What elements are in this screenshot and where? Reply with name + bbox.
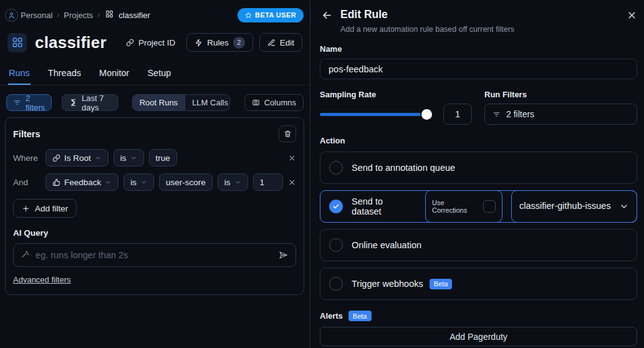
tab-bar: Runs Threads Monitor Setup bbox=[0, 64, 310, 85]
project-id-button[interactable]: Project ID bbox=[121, 34, 180, 51]
beta-badge: Beta bbox=[430, 279, 453, 289]
filter-row-is-root: Where Is Root is true bbox=[13, 149, 296, 167]
option-trigger-webhooks[interactable]: Trigger webhooks Beta bbox=[320, 268, 637, 300]
sampling-rate-value[interactable]: 1 bbox=[443, 104, 472, 125]
chevron-down-icon bbox=[130, 155, 137, 162]
chevron-down-icon bbox=[95, 155, 102, 162]
columns-button[interactable]: Columns bbox=[244, 94, 304, 111]
sampling-rate-label: Sampling Rate bbox=[320, 90, 472, 99]
check-icon bbox=[332, 203, 340, 210]
tab-setup[interactable]: Setup bbox=[147, 64, 171, 85]
option-send-to-annotation-queue[interactable]: Send to annotation queue bbox=[320, 152, 637, 184]
back-arrow-icon bbox=[321, 9, 333, 21]
chevron-down-icon bbox=[234, 179, 241, 186]
lightning-icon bbox=[195, 39, 203, 47]
tab-monitor[interactable]: Monitor bbox=[99, 64, 130, 85]
ai-query-label: AI Query bbox=[13, 228, 296, 238]
chevron-down-icon bbox=[105, 179, 112, 186]
project-icon bbox=[7, 33, 27, 52]
run-filters-label: Run Filters bbox=[484, 90, 637, 99]
tab-threads[interactable]: Threads bbox=[47, 64, 82, 85]
wand-icon bbox=[21, 250, 29, 260]
ai-query-input[interactable] bbox=[36, 250, 272, 260]
radio-unchecked[interactable] bbox=[329, 238, 343, 252]
columns-icon bbox=[252, 99, 260, 107]
edit-button[interactable]: Edit bbox=[259, 33, 302, 52]
tab-runs[interactable]: Runs bbox=[8, 64, 31, 85]
pencil-icon bbox=[267, 39, 276, 47]
run-filters-button[interactable]: 2 filters bbox=[484, 104, 637, 125]
close-icon bbox=[288, 178, 296, 186]
filter-row-feedback: And Feedback is user-score is bbox=[13, 173, 296, 191]
close-button[interactable] bbox=[627, 10, 637, 21]
advanced-filters-link[interactable]: Advanced filters bbox=[13, 275, 71, 284]
trash-icon bbox=[284, 130, 292, 138]
filter-conjunction: Where bbox=[13, 153, 41, 163]
filter-operator-chip[interactable]: is bbox=[113, 149, 144, 167]
run-type-segmented-control: Root Runs LLM Calls All Runs bbox=[132, 94, 230, 111]
filters-panel: Filters Where Is Root is true bbox=[5, 117, 304, 295]
rules-button[interactable]: Rules 2 bbox=[186, 33, 253, 52]
drawer-title: Edit Rule bbox=[340, 8, 514, 21]
remove-filter-button[interactable] bbox=[288, 154, 296, 162]
remove-filter-button[interactable] bbox=[288, 178, 296, 186]
filter-field-chip[interactable]: Is Root bbox=[46, 149, 108, 167]
ai-query-box bbox=[13, 243, 296, 267]
add-filter-button[interactable]: Add filter bbox=[13, 199, 77, 218]
close-icon bbox=[288, 154, 296, 162]
action-label: Action bbox=[320, 136, 637, 145]
name-label: Name bbox=[320, 44, 637, 54]
alerts-label: Alerts bbox=[320, 311, 343, 321]
back-button[interactable] bbox=[321, 9, 333, 21]
edit-rule-drawer: Edit Rule Add a new automation rule base… bbox=[310, 0, 644, 348]
use-corrections-checkbox[interactable] bbox=[483, 200, 496, 213]
clear-filters-button[interactable] bbox=[279, 125, 296, 142]
breadcrumb-item-personal[interactable]: Personal bbox=[21, 11, 52, 20]
segment-llm-calls[interactable]: LLM Calls bbox=[185, 95, 230, 110]
use-corrections-label: Use Corrections bbox=[432, 199, 478, 214]
close-icon bbox=[627, 10, 637, 21]
radio-unchecked[interactable] bbox=[329, 277, 343, 291]
breadcrumb-separator: › bbox=[97, 11, 100, 19]
filter-key-chip[interactable]: user-score bbox=[159, 173, 213, 191]
add-pagerduty-button[interactable]: Add Pagerduty bbox=[320, 327, 637, 346]
filters-count-button[interactable]: 2 filters bbox=[6, 94, 52, 111]
filter-value-chip[interactable]: true bbox=[149, 149, 177, 167]
chevron-down-icon bbox=[140, 179, 147, 186]
filter-value-input[interactable]: 1 bbox=[253, 173, 283, 191]
link-icon bbox=[126, 39, 134, 47]
radio-unchecked[interactable] bbox=[329, 161, 343, 175]
filter-conjunction: And bbox=[13, 178, 41, 187]
project-header: classifier Project ID Rules 2 Edit bbox=[0, 31, 310, 54]
breadcrumb-separator: › bbox=[57, 11, 59, 19]
breadcrumb-item-projects[interactable]: Projects bbox=[64, 11, 93, 20]
filter-field-chip[interactable]: Feedback bbox=[46, 173, 118, 191]
star-icon bbox=[245, 12, 252, 19]
thumbs-up-icon bbox=[52, 178, 60, 186]
breadcrumb-item-classifier[interactable]: classifier bbox=[118, 11, 150, 20]
rule-name-input[interactable] bbox=[320, 59, 637, 79]
chevron-down-icon bbox=[619, 201, 629, 211]
user-avatar[interactable] bbox=[5, 9, 18, 22]
use-corrections-control: Use Corrections bbox=[425, 190, 502, 223]
filter-icon bbox=[493, 110, 501, 118]
page-title: classifier bbox=[35, 33, 107, 52]
sampling-rate-slider[interactable] bbox=[320, 104, 432, 125]
filter-operator-chip[interactable]: is bbox=[218, 173, 248, 191]
radio-checked[interactable] bbox=[329, 200, 343, 213]
option-online-evaluation[interactable]: Online evaluation bbox=[320, 229, 637, 261]
drawer-subtitle: Add a new automation rule based off curr… bbox=[340, 25, 514, 34]
slider-thumb[interactable] bbox=[421, 109, 432, 120]
rules-count-badge: 2 bbox=[233, 37, 245, 49]
filters-panel-title: Filters bbox=[13, 129, 41, 139]
link-icon bbox=[52, 154, 60, 162]
segment-root-runs[interactable]: Root Runs bbox=[133, 95, 185, 110]
send-icon[interactable] bbox=[278, 250, 288, 260]
date-range-button[interactable]: Last 7 days bbox=[62, 94, 118, 111]
option-send-to-dataset[interactable]: Send to dataset Use Corrections classifi… bbox=[320, 190, 637, 223]
runs-toolbar: 2 filters Last 7 days Root Runs LLM Call… bbox=[0, 94, 310, 111]
filter-icon bbox=[13, 99, 21, 107]
filter-operator-chip[interactable]: is bbox=[123, 173, 154, 191]
dataset-select[interactable]: classifier-github-issues bbox=[511, 190, 637, 223]
beta-user-badge[interactable]: BETA USER bbox=[238, 8, 304, 22]
